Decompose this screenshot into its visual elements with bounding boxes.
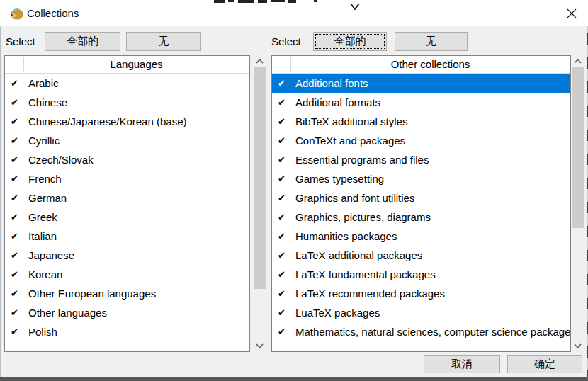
list-item[interactable]: ✔German [5, 188, 249, 207]
list-item[interactable]: ✔Graphics, pictures, diagrams [272, 207, 570, 227]
scrollbar-thumb[interactable] [254, 67, 266, 289]
checkmark-icon: ✔ [5, 174, 23, 184]
select-all-collections-button[interactable]: 全部的 [313, 32, 387, 51]
collections-panel: Other collections ✔Additional fonts✔Addi… [271, 55, 571, 352]
list-item[interactable]: ✔Graphics and font utilities [272, 188, 570, 207]
select-all-languages-button[interactable]: 全部的 [45, 32, 120, 51]
collections-scrollbar[interactable] [572, 55, 584, 352]
header-column-separator [23, 57, 24, 72]
list-item[interactable]: ✔Other languages [5, 303, 249, 322]
chevron-up-icon [256, 59, 264, 64]
languages-panel: Languages ✔Arabic✔Chinese✔Chinese/Japane… [4, 55, 250, 352]
list-item-label: Mathematics, natural sciences, computer … [290, 326, 570, 338]
list-item[interactable]: ✔LaTeX additional packages [272, 246, 570, 265]
list-item[interactable]: ✔Cyrillic [5, 131, 249, 150]
checkmark-icon: ✔ [272, 212, 290, 222]
select-none-languages-button[interactable]: 无 [126, 32, 201, 51]
background-window-artifact [228, 0, 234, 2]
list-item[interactable]: ✔LaTeX recommended packages [272, 284, 570, 303]
languages-scrollbar[interactable] [254, 55, 266, 352]
list-item[interactable]: ✔Italian [5, 227, 249, 246]
list-item-label: Japanese [23, 249, 74, 261]
cancel-button[interactable]: 取消 [424, 355, 500, 373]
scrollbar-thumb[interactable] [572, 67, 584, 228]
list-item-label: LaTeX additional packages [290, 249, 422, 261]
list-item[interactable]: ✔Korean [5, 265, 249, 284]
list-item[interactable]: ✔LaTeX fundamental packages [272, 265, 570, 284]
list-item[interactable]: ✔LuaTeX packages [272, 303, 570, 322]
background-window-artifact [271, 0, 285, 2]
list-item[interactable]: ✔Games typesetting [272, 169, 570, 188]
list-item[interactable]: ✔Greek [5, 207, 249, 227]
select-label-right: Select [271, 32, 301, 51]
list-item-label: Other European languages [23, 288, 156, 300]
checkmark-icon: ✔ [5, 307, 23, 318]
list-item[interactable]: ✔Polish [5, 322, 249, 341]
checkmark-icon: ✔ [272, 97, 290, 108]
checkmark-icon: ✔ [5, 250, 23, 261]
close-button[interactable] [560, 3, 584, 23]
close-icon [567, 8, 577, 18]
list-item-label: Polish [23, 326, 57, 338]
list-item-label: French [23, 173, 62, 185]
checkmark-icon: ✔ [5, 288, 23, 299]
list-item-label: Games typesetting [290, 173, 384, 185]
list-item-label: Additional formats [290, 96, 380, 108]
checkmark-icon: ✔ [5, 212, 23, 222]
list-item-label: Graphics and font utilities [290, 192, 414, 204]
checkmark-icon: ✔ [5, 326, 23, 337]
list-item[interactable]: ✔Japanese [5, 246, 249, 265]
window-title: Collections [27, 0, 79, 26]
list-item-label: LaTeX fundamental packages [290, 268, 436, 280]
scroll-down-button[interactable] [572, 340, 584, 352]
scroll-up-button[interactable] [572, 55, 584, 67]
list-item[interactable]: ✔Additional formats [272, 93, 570, 112]
background-window-artifact [258, 0, 267, 3]
app-icon [9, 6, 24, 20]
list-item[interactable]: ✔Mathematics, natural sciences, computer… [272, 322, 570, 341]
scroll-up-button[interactable] [254, 55, 266, 67]
scroll-down-button[interactable] [254, 340, 266, 352]
checkmark-icon: ✔ [5, 135, 23, 146]
window-border-left [0, 26, 1, 377]
list-item[interactable]: ✔BibTeX additional styles [272, 112, 570, 131]
list-item[interactable]: ✔Arabic [5, 74, 249, 93]
list-item-label: Humanities packages [290, 230, 397, 242]
list-item-label: Other languages [23, 307, 107, 319]
checkmark-icon: ✔ [272, 78, 290, 89]
list-item[interactable]: ✔Chinese [5, 93, 249, 112]
list-item-label: Arabic [23, 77, 59, 89]
list-item[interactable]: ✔Humanities packages [272, 227, 570, 246]
select-none-collections-button[interactable]: 无 [395, 32, 468, 51]
chevron-up-icon [574, 59, 582, 64]
list-item-label: LuaTeX packages [290, 307, 380, 319]
languages-header-label: Languages [23, 56, 249, 73]
list-item[interactable]: ✔Essential programs and files [272, 150, 570, 169]
checkmark-icon: ✔ [272, 154, 290, 165]
list-item[interactable]: ✔ConTeXt and packages [272, 131, 570, 150]
checkmark-icon: ✔ [272, 116, 290, 127]
languages-list: ✔Arabic✔Chinese✔Chinese/Japanese/Korean … [5, 74, 249, 341]
checkmark-icon: ✔ [272, 326, 290, 337]
list-item-label: Additional fonts [290, 77, 368, 89]
checkmark-icon: ✔ [272, 250, 290, 261]
languages-column-header[interactable]: Languages [5, 56, 249, 74]
ok-button[interactable]: 确定 [507, 355, 582, 373]
list-item[interactable]: ✔Czech/Slovak [5, 150, 249, 169]
collections-header-label: Other collections [290, 56, 570, 73]
checkmark-icon: ✔ [5, 154, 23, 165]
collections-column-header[interactable]: Other collections [272, 56, 570, 74]
list-item[interactable]: ✔Chinese/Japanese/Korean (base) [5, 112, 249, 131]
list-item-label: Italian [23, 230, 57, 242]
list-item[interactable]: ✔French [5, 169, 249, 188]
list-item-label: Czech/Slovak [23, 154, 94, 166]
background-window-artifact [288, 0, 296, 3]
list-item-label: Cyrillic [23, 135, 60, 147]
list-item-label: ConTeXt and packages [290, 135, 405, 147]
list-item[interactable]: ✔Additional fonts [272, 74, 570, 93]
checkmark-icon: ✔ [272, 307, 290, 318]
titlebar[interactable]: Collections [0, 0, 588, 26]
checkmark-icon: ✔ [5, 116, 23, 127]
list-item-label: Essential programs and files [290, 154, 429, 166]
list-item[interactable]: ✔Other European languages [5, 284, 249, 303]
